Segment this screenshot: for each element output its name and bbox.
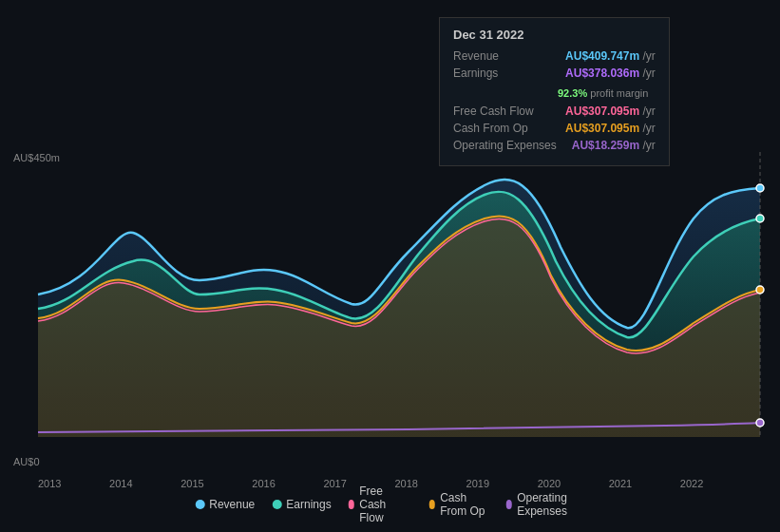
tooltip-cfo-value: AU$307.095m /yr	[565, 122, 656, 135]
x-label-2021: 2021	[609, 478, 632, 489]
svg-point-2	[756, 215, 764, 222]
legend-cfo[interactable]: Cash From Op	[429, 491, 489, 518]
tooltip-box: Dec 31 2022 Revenue AU$409.747m /yr Earn…	[439, 17, 670, 166]
tooltip-title: Dec 31 2022	[453, 28, 656, 42]
legend-fcf[interactable]: Free Cash Flow	[349, 484, 412, 524]
legend-cfo-label: Cash From Op	[440, 491, 488, 518]
tooltip-cfo-row: Cash From Op AU$307.095m /yr	[453, 122, 656, 135]
tooltip-opex-value: AU$18.259m /yr	[572, 139, 656, 152]
svg-point-4	[756, 419, 764, 427]
y-label-bottom: AU$0	[13, 456, 40, 467]
legend-earnings[interactable]: Earnings	[272, 498, 331, 511]
tooltip-opex-row: Operating Expenses AU$18.259m /yr	[453, 139, 656, 152]
tooltip-revenue-label: Revenue	[453, 49, 548, 63]
tooltip-cfo-label: Cash From Op	[453, 122, 548, 135]
svg-point-1	[756, 184, 764, 192]
legend-fcf-label: Free Cash Flow	[359, 484, 411, 524]
profit-margin-text: 92.3% profit margin	[558, 87, 648, 99]
tooltip-earnings-row: Earnings AU$378.036m /yr	[453, 66, 656, 80]
y-label-top: AU$450m	[13, 152, 60, 163]
x-label-2013: 2013	[38, 478, 61, 489]
legend-opex-dot	[506, 500, 513, 509]
svg-point-3	[756, 286, 764, 294]
tooltip-earnings-label: Earnings	[453, 66, 548, 80]
legend-opex[interactable]: Operating Expenses	[506, 491, 585, 518]
legend-opex-label: Operating Expenses	[517, 491, 585, 518]
tooltip-fcf-row: Free Cash Flow AU$307.095m /yr	[453, 104, 656, 118]
tooltip-fcf-value: AU$307.095m /yr	[565, 104, 656, 118]
x-label-2014: 2014	[109, 478, 132, 489]
profit-margin-row: 92.3% profit margin	[558, 84, 656, 101]
tooltip-opex-label: Operating Expenses	[453, 139, 557, 152]
tooltip-fcf-label: Free Cash Flow	[453, 104, 548, 118]
legend-earnings-label: Earnings	[286, 498, 331, 511]
legend-cfo-dot	[429, 500, 436, 509]
x-label-2022: 2022	[680, 478, 703, 489]
legend-revenue-dot	[195, 500, 204, 509]
legend-revenue-label: Revenue	[209, 498, 255, 511]
legend-earnings-dot	[272, 500, 281, 509]
legend-fcf-dot	[349, 500, 355, 509]
chart-container: Dec 31 2022 Revenue AU$409.747m /yr Earn…	[0, 0, 780, 532]
tooltip-revenue-value: AU$409.747m /yr	[565, 49, 656, 63]
legend: Revenue Earnings Free Cash Flow Cash Fro…	[195, 484, 585, 524]
legend-revenue[interactable]: Revenue	[195, 498, 255, 511]
tooltip-revenue-row: Revenue AU$409.747m /yr	[453, 49, 656, 63]
tooltip-earnings-value: AU$378.036m /yr	[565, 66, 656, 80]
